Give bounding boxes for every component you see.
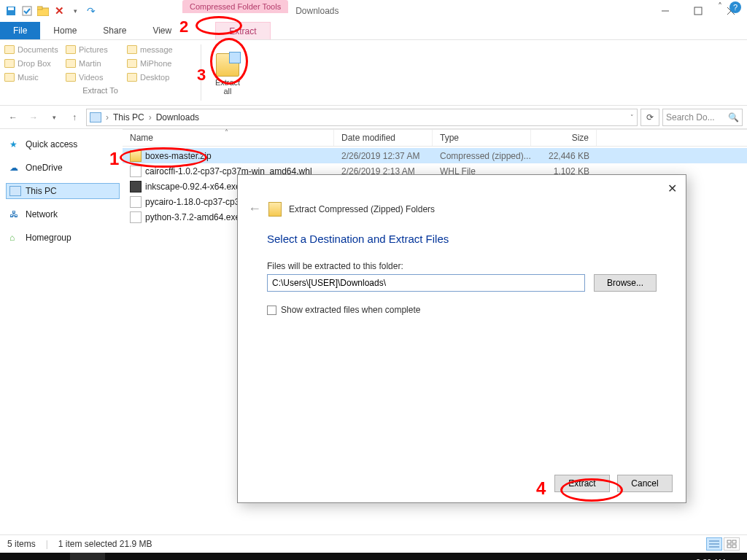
extract-target-miphone[interactable]: MiPhone (127, 57, 185, 69)
redo-icon[interactable]: ↷ (85, 4, 98, 18)
sidebar-item-onedrive[interactable]: ☁OneDrive (6, 160, 120, 176)
sidebar-item-network[interactable]: 🖧Network (6, 206, 120, 222)
label: Desktop (140, 73, 169, 82)
extract-target-dropbox[interactable]: Drop Box (4, 57, 63, 69)
up-button[interactable]: ↑ (66, 109, 83, 126)
extract-target-videos[interactable]: Videos (66, 71, 124, 83)
minimize-button[interactable] (649, 0, 681, 22)
details-view-button[interactable] (706, 537, 722, 551)
ribbon-collapse-icon[interactable]: ˄ (718, 1, 722, 13)
svg-rect-2 (23, 7, 31, 15)
thumbnails-view-button[interactable] (724, 537, 740, 551)
taskbar-ubuntu[interactable] (175, 553, 210, 560)
chevron-right-icon: › (104, 112, 110, 122)
back-button[interactable]: ← (4, 109, 22, 126)
extract-all-icon (216, 53, 239, 77)
navigation-pane: ★Quick access ☁OneDrive This PC 🖧Network… (0, 129, 123, 534)
tab-home[interactable]: Home (40, 22, 90, 39)
column-date[interactable]: Date modified (334, 130, 433, 146)
label: Drop Box (18, 59, 51, 68)
crumb-downloads[interactable]: Downloads (156, 112, 199, 122)
label: OneDrive (26, 163, 63, 173)
pc-icon (9, 186, 21, 196)
checkbox-icon (267, 306, 276, 315)
svg-rect-4 (37, 7, 42, 9)
dialog-close-button[interactable]: ✕ (667, 182, 677, 195)
address-bar[interactable]: › This PC › Downloads ˅ (86, 109, 638, 126)
dialog-heading: Select a Destination and Extract Files (267, 233, 657, 245)
status-item-count: 5 items (7, 539, 36, 549)
file-name: inkscape-0.92.4-x64.exe (145, 182, 241, 192)
file-name: python-3.7.2-amd64.exe (145, 212, 240, 222)
label: all (223, 87, 231, 96)
destination-path-input[interactable]: C:\Users\[USER]\Downloads\ (267, 274, 585, 292)
recent-locations-dropdown[interactable]: ▾ (45, 109, 63, 126)
maximize-button[interactable] (681, 0, 714, 22)
delete-icon[interactable]: ✕ (53, 4, 66, 18)
svg-rect-14 (727, 545, 731, 548)
extract-dialog: ✕ ← Extract Compressed (Zipped) Folders … (237, 174, 686, 503)
label: Martin (79, 59, 101, 68)
extract-button[interactable]: Extract (554, 475, 610, 492)
status-bar: 5 items | 1 item selected 21.9 MB (0, 534, 747, 553)
forward-button[interactable]: → (25, 109, 42, 126)
label: Documents (18, 45, 58, 54)
new-folder-icon[interactable] (36, 4, 50, 18)
svg-rect-1 (8, 7, 14, 10)
file-row[interactable]: boxes-master.zip 2/26/2019 12:37 AM Comp… (123, 148, 747, 163)
column-type[interactable]: Type (433, 130, 531, 146)
search-input[interactable]: Search Do... 🔍 (662, 109, 743, 126)
label: Extract (215, 78, 240, 87)
extract-target-pictures[interactable]: Pictures (66, 43, 124, 55)
extract-target-documents[interactable]: Documents (4, 43, 63, 55)
extract-all-button[interactable]: Extract all (207, 43, 248, 105)
column-name[interactable]: Name˄ (123, 130, 334, 146)
network-icon: 🖧 (9, 209, 21, 219)
extract-target-martin[interactable]: Martin (66, 57, 124, 69)
taskbar-explorer[interactable] (70, 553, 105, 560)
label: Show extracted files when complete (281, 305, 420, 315)
quick-access-toolbar: ✕ ▾ ↷ (0, 0, 102, 22)
taskbar-store[interactable] (105, 553, 140, 560)
file-tab[interactable]: File (0, 22, 40, 39)
svg-rect-15 (732, 545, 736, 548)
cancel-button[interactable]: Cancel (617, 475, 673, 492)
column-size[interactable]: Size (531, 130, 597, 146)
extract-target-music[interactable]: Music (4, 71, 63, 83)
qat-checkbox-icon[interactable] (20, 4, 34, 18)
svg-rect-6 (694, 7, 702, 15)
sidebar-item-quick-access[interactable]: ★Quick access (6, 136, 120, 152)
search-icon: 🔍 (728, 112, 739, 122)
start-button[interactable] (0, 553, 35, 560)
help-icon[interactable]: ? (729, 1, 741, 13)
chevron-right-icon: › (147, 112, 153, 122)
extract-target-message[interactable]: message (127, 43, 185, 55)
ribbon-tabs: File Home Share View Extract ˄ ? (0, 22, 747, 40)
crumb-this-pc[interactable]: This PC (113, 112, 144, 122)
label: This PC (26, 186, 57, 196)
tab-extract[interactable]: Extract (215, 22, 270, 39)
save-icon[interactable] (4, 4, 18, 18)
zip-icon (130, 150, 142, 162)
sidebar-item-homegroup[interactable]: ⌂Homegroup (6, 230, 120, 246)
zip-icon (268, 202, 282, 217)
file-name: pycairo-1.18.0-cp37-cp3 (145, 197, 239, 207)
address-dropdown-icon[interactable]: ˅ (630, 114, 634, 121)
browse-button[interactable]: Browse... (594, 274, 657, 292)
svg-rect-13 (732, 540, 736, 543)
column-headers: Name˄ Date modified Type Size (123, 129, 747, 147)
label: message (140, 45, 173, 54)
tab-view[interactable]: View (139, 22, 185, 39)
refresh-button[interactable]: ⟳ (640, 109, 659, 126)
extract-target-desktop[interactable]: Desktop (127, 71, 185, 83)
sidebar-item-this-pc[interactable]: This PC (6, 183, 120, 199)
label: Network (26, 209, 58, 219)
tab-share[interactable]: Share (90, 22, 139, 39)
task-view-button[interactable] (35, 553, 70, 560)
label: Videos (79, 73, 103, 82)
taskbar-firefox[interactable] (140, 553, 175, 560)
undo-dropdown-icon[interactable]: ▾ (69, 4, 82, 18)
window-title: Downloads (288, 0, 649, 22)
dialog-back-button[interactable]: ← (248, 201, 261, 217)
show-files-checkbox[interactable]: Show extracted files when complete (267, 305, 657, 315)
